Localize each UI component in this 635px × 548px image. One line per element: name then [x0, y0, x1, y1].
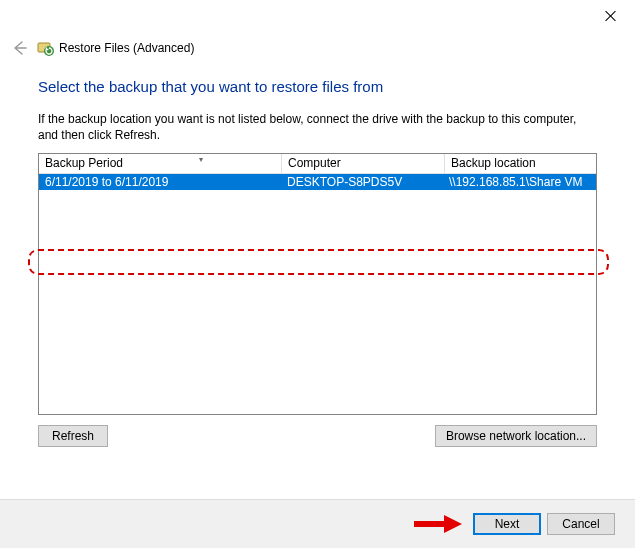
sort-indicator-icon: ▾ [199, 155, 203, 164]
cell-location: \\192.168.85.1\Share VM [443, 175, 596, 189]
window-title: Restore Files (Advanced) [59, 41, 194, 55]
cell-computer: DESKTOP-S8PDS5V [281, 175, 443, 189]
column-header-label: Backup Period [45, 156, 123, 170]
instruction-text: If the backup location you want is not l… [38, 111, 597, 143]
close-button[interactable] [605, 10, 617, 22]
column-header-computer[interactable]: Computer [282, 154, 445, 174]
column-header-label: Backup location [451, 156, 536, 170]
refresh-button[interactable]: Refresh [38, 425, 108, 447]
table-row[interactable]: 6/11/2019 to 6/11/2019 DESKTOP-S8PDS5V \… [39, 174, 596, 190]
backup-list[interactable]: Backup Period ▾ Computer Backup location… [38, 153, 597, 415]
column-header-location[interactable]: Backup location [445, 154, 596, 174]
page-heading: Select the backup that you want to resto… [38, 78, 597, 95]
column-header-period[interactable]: Backup Period ▾ [39, 154, 282, 174]
column-header-label: Computer [288, 156, 341, 170]
footer-bar: Next Cancel [0, 499, 635, 548]
browse-network-button[interactable]: Browse network location... [435, 425, 597, 447]
cell-period: 6/11/2019 to 6/11/2019 [39, 175, 281, 189]
restore-icon [36, 39, 54, 57]
next-button[interactable]: Next [473, 513, 541, 535]
back-button[interactable] [10, 38, 30, 58]
cancel-button[interactable]: Cancel [547, 513, 615, 535]
